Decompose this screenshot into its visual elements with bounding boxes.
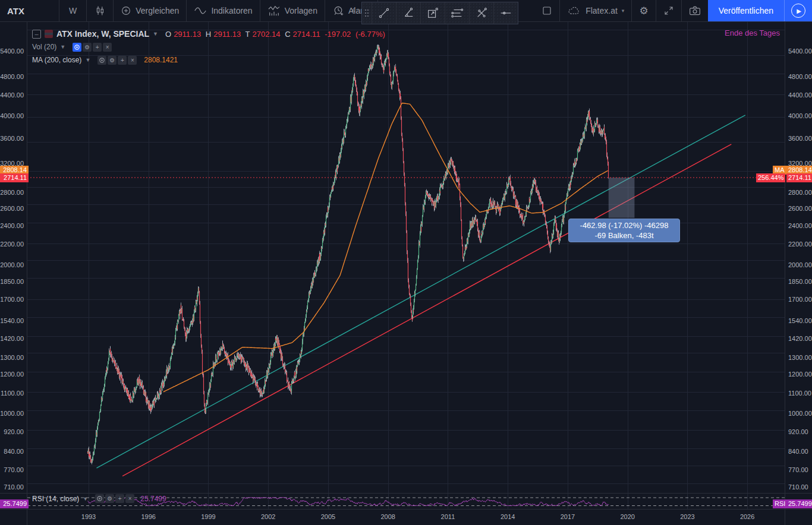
ma-indicator-label[interactable]: MA (200, close)	[32, 56, 81, 64]
rsi-settings-icon[interactable]: ⚙	[105, 494, 114, 503]
left-price-tick-label: 1850.00	[0, 278, 24, 285]
trend-angle-tool-icon[interactable]	[396, 2, 420, 24]
volume-indicator-label[interactable]: Vol (20)	[32, 43, 56, 51]
right-price-tick-label: 770.00	[788, 466, 808, 473]
right-axis-divider	[785, 21, 785, 525]
high-label: H	[206, 30, 211, 39]
trend-line-tool-icon[interactable]	[372, 2, 396, 24]
low-label: T	[246, 30, 250, 39]
chart-legend: – ATX Index, W, SPECIAL ▼ O2911.13 H2911…	[32, 28, 388, 67]
left-price-tick-label: 5400.00	[0, 48, 24, 55]
volume-add-icon[interactable]: +	[93, 43, 102, 52]
change-value: -197.02	[325, 30, 351, 39]
camera-icon	[689, 5, 701, 16]
layout-button[interactable]	[534, 0, 559, 21]
left-price-tick-label: 770.00	[4, 466, 24, 473]
right-price-tick-label: 2400.00	[788, 222, 812, 229]
rsi-remove-icon[interactable]: ×	[125, 494, 134, 503]
right-price-tick-label: 2000.00	[788, 261, 812, 268]
ma-settings-icon[interactable]: ⚙	[108, 56, 117, 65]
left-price-axis[interactable]: 5400.004800.004400.004000.003600.003200.…	[0, 21, 27, 525]
right-price-tick-label: 1850.00	[788, 278, 812, 285]
year-tick-label: 2005	[321, 513, 335, 520]
collapse-legend-icon[interactable]: –	[32, 30, 41, 39]
flyout-drag-handle-icon[interactable]	[362, 2, 372, 24]
instrument-flag-icon[interactable]	[45, 30, 53, 38]
ma-remove-icon[interactable]: ×	[128, 56, 137, 65]
open-label: O	[165, 30, 171, 39]
publish-idea-button[interactable]: ▶	[784, 0, 812, 21]
symbol-search-button[interactable]: ATX	[0, 0, 59, 21]
chevron-down-icon[interactable]: ▼	[85, 57, 90, 63]
horizontal-ray-tool-icon[interactable]	[493, 2, 518, 24]
right-price-axis[interactable]: 5400.004800.004400.004000.003600.003200.…	[785, 21, 812, 525]
chevron-down-icon[interactable]: ▼	[153, 31, 158, 37]
projection-tool-icon[interactable]	[420, 2, 445, 24]
ma-add-icon[interactable]: +	[118, 56, 127, 65]
snapshot-button[interactable]	[682, 0, 708, 21]
year-tick-label: 2017	[561, 513, 575, 520]
volume-visibility-icon[interactable]	[73, 43, 81, 52]
pane-divider[interactable]	[0, 493, 812, 494]
rsi-current-value: 25.7499	[140, 495, 166, 503]
measurement-tooltip: -462.98 (-17.02%) -46298 -69 Balken, -48…	[568, 219, 680, 242]
rsi-add-icon[interactable]: +	[115, 494, 124, 503]
right-price-tick-label: 840.00	[788, 448, 808, 455]
chevron-down-icon[interactable]: ▼	[60, 44, 65, 50]
ma-visibility-icon[interactable]	[97, 56, 106, 65]
right-price-tick-label: 5400.00	[788, 48, 812, 55]
left-price-tick-label: 2800.00	[0, 189, 24, 196]
left-price-tick-label: 2600.00	[0, 205, 24, 212]
candle-wicks	[88, 45, 609, 464]
time-axis-divider	[0, 509, 812, 510]
measurement-line2: -69 Balken, -483t	[571, 230, 677, 241]
close-value: 2714.11	[293, 30, 320, 39]
interval-button[interactable]: W	[59, 0, 86, 21]
rsi-indicator-label[interactable]: RSI (14, close)	[32, 495, 79, 503]
left-price-tick-label: 4400.00	[0, 91, 24, 99]
left-price-tick-label: 1420.00	[0, 335, 24, 342]
chart-properties-button[interactable]: ⚙	[632, 0, 655, 21]
symbol-title[interactable]: ATX Index, W, SPECIAL	[56, 29, 149, 39]
compare-button[interactable]: Vergleichen	[114, 0, 186, 21]
right-price-tick-label: 4400.00	[788, 91, 812, 99]
right-price-tick-label: 3600.00	[788, 135, 812, 142]
year-tick-label: 2023	[680, 513, 694, 520]
templates-button[interactable]: Vorlagen	[260, 0, 325, 21]
interval-text: W	[69, 6, 77, 15]
indicators-button[interactable]: Indikatoren	[187, 0, 259, 21]
toolbar-collapse-chevron[interactable]: ‹	[352, 4, 355, 15]
right-price-tick-label: 2800.00	[788, 189, 812, 196]
right-price-tick-label: 920.00	[788, 428, 808, 435]
year-tick-label: 2026	[740, 513, 754, 520]
rsi-visibility-icon[interactable]	[95, 494, 104, 503]
layout-single-icon	[542, 5, 552, 16]
volume-settings-icon[interactable]: ⚙	[83, 43, 92, 52]
compare-plus-icon	[121, 5, 131, 16]
year-tick-label: 2008	[380, 513, 395, 520]
chart-canvas[interactable]	[0, 0, 812, 525]
legend-ma-row: MA (200, close) ▼ ⚙ + × 2808.1421	[32, 54, 388, 66]
pitchfork-tool-icon[interactable]	[469, 2, 493, 24]
left-price-tick-label: 1540.00	[0, 317, 24, 324]
year-tick-label: 2020	[620, 513, 634, 520]
indicators-wave-icon	[194, 6, 207, 15]
parallel-channel-tool-icon[interactable]	[445, 2, 469, 24]
chevron-down-icon[interactable]: ▼	[83, 496, 88, 502]
fullscreen-button[interactable]	[656, 0, 681, 21]
year-tick-label: 2002	[261, 513, 275, 520]
chart-type-button[interactable]	[87, 0, 113, 21]
left-price-tick-label: 1200.00	[0, 371, 24, 378]
left-price-tick-label: 2000.00	[0, 261, 24, 268]
right-price-tick-label: 710.00	[788, 483, 808, 491]
left-price-tick-label: 920.00	[4, 428, 24, 435]
left-price-tick-label: 1300.00	[0, 354, 24, 361]
publish-button[interactable]: Veröffentlichen	[708, 0, 784, 21]
price-range-measurement-box[interactable]	[609, 178, 635, 218]
rsi-value-badge-left: 25.7499	[0, 499, 29, 508]
broker-cloud-button[interactable]: Flatex.at ▾	[560, 0, 631, 21]
time-axis[interactable]: 1993199619992002200520082011201420172020…	[0, 510, 812, 525]
support-trendline-teal[interactable]	[96, 115, 745, 468]
volume-remove-icon[interactable]: ×	[103, 43, 112, 52]
right-price-tick-label: 1100.00	[788, 390, 811, 397]
